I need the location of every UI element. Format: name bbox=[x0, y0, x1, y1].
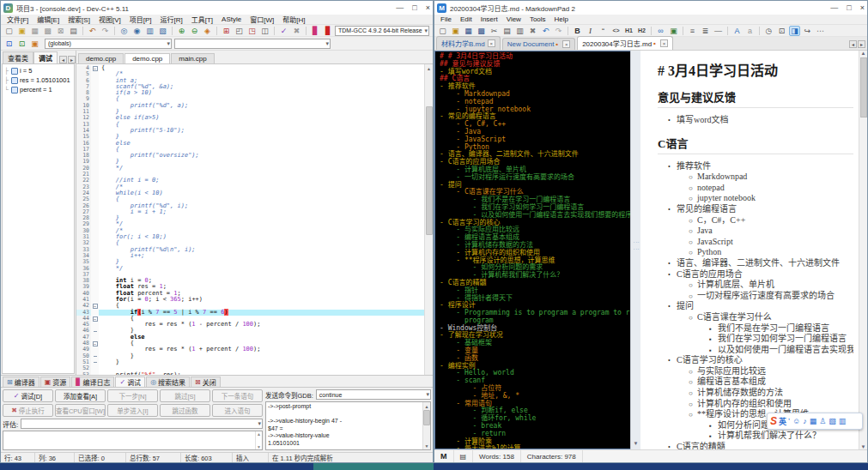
gdb-output-box[interactable]: ->->post-prompt ->->value-history-begin … bbox=[265, 401, 431, 450]
scrollbar-thumb[interactable] bbox=[860, 57, 867, 118]
compile-current-icon[interactable]: ⊡ bbox=[3, 39, 15, 49]
step-into-button[interactable]: 单步进入[I] bbox=[107, 404, 158, 417]
voice-icon[interactable]: ♪ bbox=[803, 418, 807, 425]
code-icon[interactable]: <> bbox=[610, 26, 622, 36]
code-line-18[interactable]: 18 printf("oversize"); bbox=[76, 153, 424, 159]
replace-icon[interactable]: ▥ bbox=[144, 26, 155, 36]
markdownpad-menu-edit[interactable]: Edit bbox=[456, 15, 476, 23]
fold-marker[interactable] bbox=[91, 353, 99, 359]
preview-toggle-icon[interactable]: ◨ bbox=[789, 26, 800, 36]
new-document-icon[interactable]: ▢ bbox=[437, 26, 448, 36]
sidebar-tabs-right-icon[interactable]: ▸ bbox=[68, 56, 76, 63]
watch-item[interactable]: ├i = 5 bbox=[4, 66, 74, 75]
code-line-24[interactable]: 24 while(i < 10) bbox=[76, 190, 424, 196]
devcpp-maximize-button[interactable]: □ bbox=[412, 2, 416, 14]
find-icon[interactable]: ◎ bbox=[118, 26, 130, 36]
editor-preview-splitter[interactable]: ⋮⋮ ▼ bbox=[630, 51, 640, 449]
goto-line-icon[interactable]: ▧ bbox=[157, 26, 168, 36]
skip-function-button[interactable]: 跳过函数 bbox=[160, 404, 210, 417]
code-line-28[interactable]: 28 } bbox=[76, 215, 424, 221]
markdownpad-menu-file[interactable]: File bbox=[436, 15, 456, 23]
tab-debug[interactable]: ✓调试 bbox=[115, 377, 145, 387]
fold-marker[interactable]: − bbox=[91, 303, 99, 309]
book-icon[interactable]: ▤ bbox=[454, 450, 474, 462]
open-icon[interactable]: ▣ bbox=[450, 26, 461, 36]
project-options-icon[interactable]: ⊞ bbox=[221, 26, 232, 36]
tab-compiler[interactable]: ⊞编译器 bbox=[3, 377, 39, 387]
devcpp-menu-2[interactable]: 搜索[S] bbox=[64, 15, 94, 24]
save-icon[interactable]: ▦ bbox=[463, 26, 474, 36]
profile-icon[interactable]: ▊ bbox=[310, 26, 321, 36]
sogou-input-bar[interactable]: S 英 ’☺♪▦♙▧▥ bbox=[767, 413, 863, 430]
editor-tab-0[interactable]: demo.cpp bbox=[78, 53, 124, 63]
paste-icon[interactable]: ▥ bbox=[514, 26, 525, 36]
windows-taskbar[interactable] bbox=[0, 463, 868, 470]
bold-icon[interactable]: B bbox=[572, 26, 583, 36]
watch-item[interactable]: ├res = 1.05101001 bbox=[4, 75, 74, 85]
toolbox-icon[interactable]: ▧ bbox=[829, 418, 836, 425]
window-icon[interactable]: ◰ bbox=[234, 26, 245, 36]
print-icon[interactable]: ▤ bbox=[68, 26, 79, 36]
code-line-31[interactable]: 31 for(; i < 10;) bbox=[76, 234, 424, 240]
debug-button[interactable]: ✓调试[D] bbox=[3, 389, 53, 402]
taskbar-item[interactable] bbox=[313, 463, 434, 470]
abort-icon[interactable]: ✖ bbox=[291, 26, 302, 36]
devcpp-menu-9[interactable]: 帮助[H] bbox=[278, 15, 309, 24]
format-icon[interactable]: ⊡ bbox=[776, 26, 787, 36]
syntax-check-icon[interactable]: ✓ bbox=[278, 26, 289, 36]
image-icon[interactable]: ▣ bbox=[668, 26, 679, 36]
lowercase-icon[interactable]: a bbox=[744, 26, 756, 36]
devcpp-minimize-button[interactable]: — bbox=[396, 2, 404, 14]
globals-select[interactable]: (globals) ▾ bbox=[45, 39, 172, 49]
markdownpad-menu-help[interactable]: Help bbox=[550, 15, 573, 23]
devcpp-menu-4[interactable]: 项目[P] bbox=[125, 15, 156, 24]
bullet-list-icon[interactable]: ≡ bbox=[687, 26, 698, 36]
italic-icon[interactable]: I bbox=[585, 26, 596, 36]
punctuation-icon[interactable]: ’ bbox=[788, 418, 790, 425]
open-file-icon[interactable]: ▣ bbox=[16, 26, 27, 36]
run-icon[interactable]: ⊖ bbox=[189, 26, 200, 36]
profile-delete-icon[interactable]: ▊ bbox=[323, 26, 334, 36]
watch-item[interactable]: └percent = 1 bbox=[4, 85, 74, 94]
sidebar-tab-classes[interactable]: 查看类 bbox=[3, 51, 33, 63]
gdb-command-input[interactable]: continue ▾ bbox=[316, 389, 431, 400]
tab-close[interactable]: ⊠关闭 bbox=[191, 377, 221, 387]
code-line-51[interactable]: 51 } bbox=[76, 359, 424, 365]
markdownpad-menu-insert[interactable]: Insert bbox=[476, 15, 502, 23]
document-tab-2[interactable]: 20200304学习日志.md•× bbox=[577, 36, 673, 50]
devcpp-menu-7[interactable]: AStyle bbox=[217, 15, 246, 23]
code-line-41[interactable]: 41 for(i = 0; i < 365; i++) bbox=[76, 297, 424, 303]
input-mode-indicator[interactable]: 英 bbox=[779, 416, 786, 427]
code-line-16[interactable]: 16 else bbox=[76, 141, 424, 147]
tab-scroll-left-icon[interactable]: ◂ bbox=[849, 40, 857, 48]
compile-run-icon[interactable]: ▣ bbox=[29, 39, 40, 49]
markdown-source-editor[interactable]: # # 3月4日学习日活动## 意见与建议反馈- 填写word文档## C语言-… bbox=[434, 51, 630, 449]
code-line-10[interactable]: 10 printf("%d", a); bbox=[76, 103, 424, 109]
evaluate-input[interactable]: ▾ bbox=[21, 419, 263, 429]
copy-icon[interactable]: ▤ bbox=[501, 26, 513, 36]
devcpp-menu-0[interactable]: 文件[F] bbox=[3, 15, 33, 24]
redo-icon[interactable]: ↷ bbox=[100, 26, 111, 36]
view-cpu-window-button[interactable]: 查看CPU窗口[W] bbox=[55, 404, 106, 417]
redo-icon[interactable]: ↷ bbox=[553, 26, 564, 36]
close-tab-icon[interactable]: × bbox=[562, 40, 570, 48]
devcpp-menu-1[interactable]: 编辑[E] bbox=[33, 15, 64, 24]
tab-search-results[interactable]: ◎搜索结果 bbox=[146, 377, 190, 387]
keyboard-icon[interactable]: ▦ bbox=[810, 418, 817, 425]
cut-icon[interactable]: ✂ bbox=[489, 26, 500, 36]
sidebar-tabs-left-icon[interactable]: ◂ bbox=[59, 56, 67, 63]
tab-resources[interactable]: ▣资源 bbox=[40, 377, 71, 387]
code-line-8[interactable]: 8 if(a > 10) bbox=[76, 90, 424, 96]
code-line-12[interactable]: 12 else if(a>5) bbox=[76, 115, 424, 121]
document-tab-1[interactable]: New Document•× bbox=[502, 38, 576, 50]
heading2-icon[interactable]: H2 bbox=[636, 26, 647, 36]
sogou-logo-icon[interactable]: S bbox=[770, 416, 777, 426]
code-line-4[interactable]: 4−{ bbox=[76, 65, 424, 71]
tab-scroll-right-icon[interactable]: ▸ bbox=[858, 40, 865, 48]
code-line-36[interactable]: 36 */ bbox=[76, 266, 424, 272]
markdownpad-close-button[interactable]: × bbox=[860, 2, 865, 14]
compiler-select[interactable]: TDM-GCC 4.9.2 64-bit Release ▾ bbox=[335, 26, 429, 36]
scroll-up-icon[interactable]: ▲ bbox=[425, 64, 433, 72]
fold-marker[interactable]: − bbox=[91, 316, 99, 322]
code-line-19[interactable]: 19 } bbox=[76, 159, 424, 165]
